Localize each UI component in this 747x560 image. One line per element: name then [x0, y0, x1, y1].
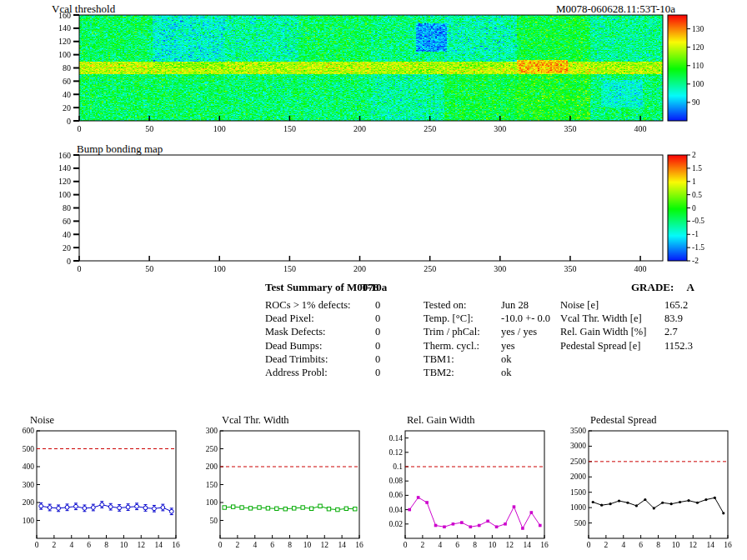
y-axis-tick-label: 0.04 [389, 506, 403, 514]
x-axis-tick-label: 12 [689, 541, 698, 549]
vcal-width-label: Vcal Thr. Width [e] [560, 312, 642, 325]
data-marker [530, 511, 534, 514]
gain-width-label: Rel. Gain Width [%] [560, 326, 646, 338]
x-axis-tick-label: 10 [120, 541, 128, 549]
y-axis-tick-label: 0.06 [389, 491, 403, 499]
pedestal-chart-plot: 5001000150020002500300035000246810121416 [557, 419, 734, 556]
y-axis-tick-label: 600 [23, 427, 35, 435]
x-axis-tick-label: 16 [724, 541, 732, 549]
x-axis-tick-label: 150 [283, 124, 296, 133]
x-axis-tick-label: 4 [621, 541, 625, 549]
data-marker [478, 524, 481, 528]
y-axis-tick-label: 500 [23, 445, 35, 453]
data-marker [408, 508, 411, 512]
vcal-width-chart-plot: 501001502002503000246810121416 [188, 419, 365, 556]
data-line [593, 498, 724, 512]
dead-pixel-label: Dead Pixel: [265, 312, 314, 325]
noise-chart: Noise 1002003004005006000246810121416 [5, 414, 182, 556]
x-axis-tick-label: 8 [656, 541, 660, 549]
x-axis-tick-label: 2 [604, 541, 609, 549]
vcal-colorbar [668, 15, 687, 121]
data-marker [661, 502, 664, 504]
colorbar-tick-label: 130 [692, 25, 704, 33]
y-axis-tick-label: 0.1 [393, 462, 403, 471]
data-marker [161, 506, 165, 510]
x-axis-tick-label: 14 [338, 541, 346, 549]
y-axis-tick-label: 300 [206, 427, 218, 435]
data-marker [309, 507, 313, 510]
data-marker [644, 498, 646, 501]
data-marker [57, 506, 61, 510]
y-axis-tick-label: 0 [67, 117, 71, 126]
dead-trimbits-label: Dead Trimbits: [265, 353, 328, 366]
x-axis-tick-label: 150 [283, 264, 296, 273]
gain-width-chart: Rel. Gain Width 0.020.040.060.080.10.120… [374, 414, 550, 556]
colorbar-tick-label: 2 [692, 151, 696, 159]
tested-on-value: Jun 28 [501, 299, 529, 312]
data-marker [169, 509, 173, 513]
grade-label: GRADE: [631, 281, 674, 293]
vcal-threshold-heatmap [79, 15, 663, 121]
y-axis-tick-label: 100 [58, 190, 71, 199]
data-marker [143, 506, 148, 510]
x-axis-tick-label: 12 [506, 541, 514, 549]
vcal-map-title: Vcal threshold [52, 2, 115, 16]
y-axis-tick-label: 60 [63, 77, 71, 86]
y-axis-tick-label: 0.08 [389, 477, 403, 485]
y-axis-tick-label: 20 [63, 103, 71, 112]
data-marker [153, 507, 157, 511]
tbm2-label: TBM2: [424, 367, 454, 379]
noise-label: Noise [e] [560, 299, 599, 312]
dead-bumps-value: 0 [375, 340, 380, 352]
colorbar-tick-label: 1 [692, 178, 696, 186]
x-axis-tick-label: 300 [494, 124, 506, 133]
colorbar-tick-label: 0 [692, 204, 696, 212]
x-axis-tick-label: 0 [78, 124, 82, 133]
noise-value: 165.2 [664, 299, 688, 312]
trim-phcal-value: yes / yes [501, 326, 537, 338]
y-axis-tick-label: 150 [206, 481, 218, 489]
y-axis-tick-label: 300 [23, 481, 35, 489]
data-marker [609, 502, 611, 505]
data-marker [670, 502, 673, 505]
plot-frame [79, 155, 663, 261]
x-axis-tick-label: 0 [35, 541, 39, 549]
x-axis-tick-label: 14 [154, 541, 163, 549]
data-marker [425, 501, 429, 504]
address-probl-value: 0 [375, 367, 380, 379]
x-axis-tick-label: 100 [213, 124, 226, 133]
data-marker [417, 496, 420, 499]
x-axis-tick-label: 8 [473, 541, 477, 549]
x-axis-tick-label: 400 [634, 264, 647, 273]
data-marker [592, 501, 594, 503]
data-marker [434, 524, 438, 528]
data-marker [353, 508, 357, 511]
data-marker [48, 506, 52, 510]
colorbar-tick-label: -0.5 [692, 217, 704, 225]
dead-trimbits-value: 0 [375, 353, 380, 366]
noise-chart-plot: 1002003004005006000246810121416 [5, 419, 182, 556]
pixel-module-test-report: Vcal threshold M0078-060628.11:53T-10a B… [0, 0, 747, 560]
therm-cycl-value: yes [501, 340, 515, 352]
trim-phcal-label: Trim / phCal: [424, 326, 480, 338]
data-marker [248, 507, 252, 510]
y-axis-tick-label: 3000 [570, 442, 586, 450]
data-marker [679, 501, 681, 503]
data-marker [293, 507, 296, 510]
x-axis-tick-label: 6 [270, 541, 274, 549]
address-probl-label: Address Probl: [265, 367, 328, 379]
data-marker [626, 502, 629, 504]
x-axis-tick-label: 50 [145, 264, 153, 273]
chart-frame [220, 431, 359, 538]
tested-on-label: Tested on: [424, 299, 467, 312]
data-marker [266, 507, 269, 510]
x-axis-tick-label: 14 [523, 541, 531, 549]
y-axis-tick-label: 160 [58, 151, 71, 160]
y-axis-tick-label: 40 [63, 230, 71, 239]
data-marker [65, 505, 69, 509]
y-axis-tick-label: 20 [63, 243, 71, 252]
x-axis-tick-label: 400 [634, 124, 647, 133]
data-marker [486, 520, 489, 523]
data-marker [696, 502, 699, 504]
colorbar-tick-label: 0.5 [692, 191, 702, 199]
